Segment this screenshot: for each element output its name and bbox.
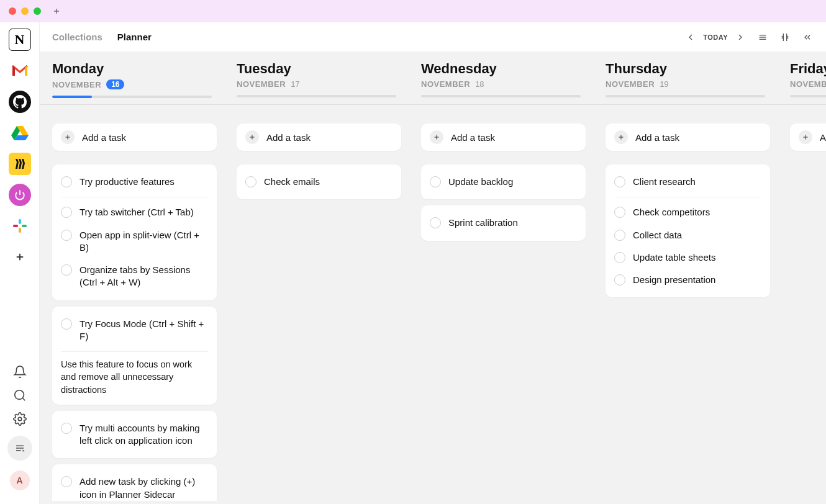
add-task-button[interactable]: Add a task bbox=[606, 124, 770, 151]
task-checkbox[interactable] bbox=[430, 176, 441, 187]
task-checkbox[interactable] bbox=[61, 423, 72, 434]
subtask-row[interactable]: Collect data bbox=[614, 227, 761, 244]
day-number: 18 bbox=[475, 79, 484, 89]
subtask-row[interactable]: Design presentation bbox=[614, 271, 761, 289]
day-header: Tuesday NOVEMBER 17 bbox=[224, 52, 409, 104]
task-checkbox[interactable] bbox=[614, 207, 625, 218]
tab-planner[interactable]: Planner bbox=[117, 32, 152, 42]
day-column: Add a taskUpdate backlogSprint calibrati… bbox=[409, 105, 593, 501]
subtask-row[interactable]: Open app in split-view (Ctrl + B) bbox=[61, 227, 208, 257]
day-header: Monday NOVEMBER 16 bbox=[40, 52, 224, 104]
app-github[interactable] bbox=[9, 91, 31, 113]
task-title: Check emails bbox=[264, 176, 320, 188]
close-window-button[interactable] bbox=[9, 7, 16, 15]
app-gdrive[interactable] bbox=[9, 122, 31, 144]
task-card[interactable]: Check emails bbox=[237, 164, 401, 199]
add-task-button[interactable]: Add a task bbox=[421, 124, 586, 151]
app-power[interactable] bbox=[9, 184, 31, 206]
next-day-button[interactable] bbox=[734, 31, 747, 43]
task-checkbox[interactable] bbox=[61, 264, 72, 276]
task-checkbox[interactable] bbox=[61, 318, 72, 330]
task-card[interactable]: Try productive featuresTry tab switcher … bbox=[52, 164, 217, 300]
task-checkbox[interactable] bbox=[61, 176, 72, 187]
add-task-label: Add a task bbox=[451, 132, 495, 143]
maximize-window-button[interactable] bbox=[34, 7, 41, 15]
minimize-window-button[interactable] bbox=[21, 7, 29, 15]
subtask-list: Check competitorsCollect dataUpdate tabl… bbox=[614, 197, 761, 289]
add-task-label: Add a task bbox=[635, 132, 679, 143]
task-card[interactable]: Sprint calibration bbox=[421, 205, 586, 240]
day-progress bbox=[606, 95, 765, 97]
subtask-title: Try tab switcher (Ctrl + Tab) bbox=[79, 206, 194, 218]
task-checkbox[interactable] bbox=[61, 230, 72, 241]
task-checkbox[interactable] bbox=[614, 252, 625, 263]
add-app-button[interactable] bbox=[9, 246, 31, 268]
task-card[interactable]: Try multi accounts by making left click … bbox=[52, 411, 217, 459]
app-slack[interactable] bbox=[9, 215, 31, 237]
task-card[interactable]: Update backlog bbox=[421, 164, 586, 199]
avatar[interactable]: A bbox=[10, 470, 30, 490]
subtask-row[interactable]: Try tab switcher (Ctrl + Tab) bbox=[61, 204, 208, 221]
task-checkbox[interactable] bbox=[61, 207, 72, 218]
task-checkbox[interactable] bbox=[614, 230, 625, 241]
new-tab-button[interactable] bbox=[51, 6, 62, 17]
plus-icon bbox=[430, 130, 443, 144]
subtask-row[interactable]: Organize tabs by Sessions (Ctrl + Alt + … bbox=[61, 261, 208, 292]
app-gmail[interactable] bbox=[9, 60, 31, 82]
task-title: Try productive features bbox=[79, 176, 175, 188]
task-title: Update backlog bbox=[448, 176, 513, 188]
add-task-label: Add a task bbox=[266, 132, 311, 143]
day-progress bbox=[52, 96, 212, 98]
day-header: Friday NOVEMBER 20 bbox=[778, 52, 826, 104]
day-month: NOVEMBER bbox=[790, 79, 826, 89]
subtask-row[interactable]: Update table sheets bbox=[614, 249, 761, 266]
app-miro[interactable] bbox=[9, 153, 31, 175]
task-note: Use this feature to focus on work and re… bbox=[61, 351, 208, 396]
bookmarks-icon[interactable] bbox=[7, 436, 32, 461]
titlebar bbox=[0, 0, 826, 22]
task-checkbox[interactable] bbox=[245, 176, 256, 187]
svg-rect-4 bbox=[22, 225, 27, 227]
task-card[interactable]: Try Focus Mode (Ctrl + Shift + F)Use thi… bbox=[52, 307, 217, 405]
task-checkbox[interactable] bbox=[614, 274, 625, 286]
subtask-title: Design presentation bbox=[633, 274, 715, 286]
collapse-icon[interactable] bbox=[779, 31, 791, 43]
day-number: 17 bbox=[291, 79, 299, 89]
task-checkbox[interactable] bbox=[430, 217, 441, 228]
sidebar: N bbox=[0, 22, 40, 504]
day-progress bbox=[237, 95, 396, 97]
prev-day-button[interactable] bbox=[684, 31, 697, 43]
add-task-button[interactable]: Add a task bbox=[790, 124, 826, 151]
settings-icon[interactable] bbox=[13, 412, 27, 426]
plus-icon bbox=[614, 130, 628, 144]
task-card[interactable]: Client researchCheck competitorsCollect … bbox=[606, 164, 770, 297]
task-checkbox[interactable] bbox=[614, 176, 625, 187]
task-title: Client research bbox=[633, 176, 696, 188]
search-icon[interactable] bbox=[13, 389, 27, 402]
tab-collections[interactable]: Collections bbox=[52, 32, 102, 42]
app-notion[interactable]: N bbox=[9, 29, 31, 51]
day-month: NOVEMBER bbox=[52, 80, 101, 89]
add-task-label: Add a task bbox=[82, 132, 126, 143]
day-progress bbox=[790, 95, 826, 97]
task-checkbox[interactable] bbox=[61, 476, 72, 487]
today-button[interactable]: TODAY bbox=[703, 34, 728, 41]
add-task-button[interactable]: Add a task bbox=[52, 124, 217, 151]
plus-icon bbox=[61, 130, 75, 144]
day-column: Add a taskClient researchCheck competito… bbox=[593, 105, 778, 501]
svg-rect-3 bbox=[19, 219, 21, 224]
task-card[interactable]: Add new task by clicking (+) icon in Pla… bbox=[52, 464, 217, 501]
day-header: Thursday NOVEMBER 19 bbox=[593, 52, 778, 104]
subtask-title: Collect data bbox=[633, 229, 682, 241]
expand-sidebar-icon[interactable] bbox=[801, 31, 814, 43]
task-title: Add new task by clicking (+) icon in Pla… bbox=[79, 475, 208, 501]
day-number: 19 bbox=[660, 79, 668, 89]
subtask-row[interactable]: Check competitors bbox=[614, 204, 761, 221]
subtask-title: Organize tabs by Sessions (Ctrl + Alt + … bbox=[79, 264, 208, 289]
svg-point-9 bbox=[14, 390, 24, 400]
notifications-icon[interactable] bbox=[13, 365, 27, 379]
list-view-icon[interactable] bbox=[756, 31, 769, 43]
add-task-button[interactable]: Add a task bbox=[237, 124, 401, 151]
day-month: NOVEMBER bbox=[237, 79, 286, 89]
subtask-list: Try tab switcher (Ctrl + Tab)Open app in… bbox=[61, 197, 208, 291]
